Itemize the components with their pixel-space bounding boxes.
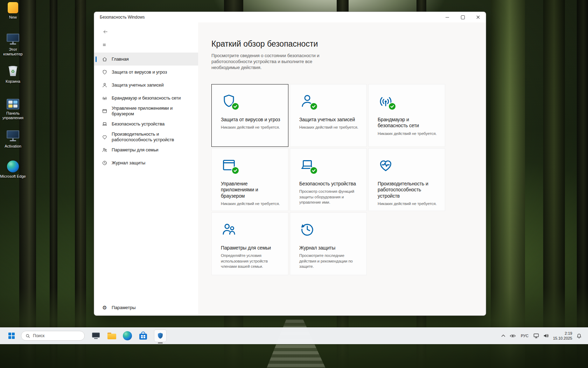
tile-account-protection[interactable]: Защита учетных записей Никаких действий …: [290, 84, 367, 147]
show-hidden-icons-chevron[interactable]: [501, 334, 505, 337]
sidebar-item-settings[interactable]: ⚙ Параметры: [94, 301, 198, 315]
tile-title: Производительность и работоспособность у…: [378, 181, 439, 199]
this-pc-icon: [6, 34, 20, 46]
history-icon: [102, 160, 107, 166]
sidebar-nav: Главная Защита от вирусов и угроз Защита…: [94, 53, 198, 169]
sidebar-item-family-options[interactable]: Параметры для семьи: [94, 143, 198, 156]
tile-title: Защита учетных записей: [299, 117, 360, 123]
desktop-icon-label: Этот компьютер: [0, 47, 27, 56]
desktop-icon-recycle-bin[interactable]: ♻ Корзина: [0, 66, 27, 84]
store-icon: [139, 332, 147, 340]
status-ok-badge: [231, 166, 239, 175]
active-app-indicator: [158, 342, 163, 343]
recycle-bin-icon: ♻: [8, 66, 18, 77]
sidebar-item-protection-history[interactable]: Журнал защиты: [94, 156, 198, 169]
minimize-button[interactable]: [440, 12, 455, 22]
tile-description: Просмотрите последние действия и рекомен…: [299, 253, 360, 270]
taskbar-computer-icon[interactable]: [91, 331, 101, 341]
status-ok-badge: [388, 102, 396, 110]
tile-description: Никаких действий не требуется.: [378, 131, 439, 137]
search-placeholder: Поиск: [33, 333, 44, 338]
window-titlebar: Безопасность Windows: [94, 12, 486, 22]
sidebar-item-virus-protection[interactable]: Защита от вирусов и угроз: [94, 66, 198, 79]
start-button[interactable]: [5, 329, 18, 342]
tile-device-health[interactable]: Производительность и работоспособность у…: [368, 148, 445, 211]
volume-icon[interactable]: [543, 333, 549, 338]
notifications-bell-icon[interactable]: [576, 333, 582, 339]
desktop-icon-edge[interactable]: Microsoft Edge: [0, 161, 27, 179]
desktop-icon-activation[interactable]: Activation: [0, 130, 27, 149]
desktop-icon-label: Панель управления: [0, 111, 27, 120]
taskbar: Поиск РУС: [0, 327, 588, 344]
tile-device-security[interactable]: Безопасность устройства Просмотр состоян…: [290, 148, 367, 211]
tile-title: Управление приложениями и браузером: [221, 181, 282, 199]
sidebar-item-device-health[interactable]: Производительность и работоспособность у…: [94, 130, 198, 143]
search-icon: [26, 334, 30, 338]
network-icon: [378, 93, 394, 109]
language-indicator[interactable]: РУС: [520, 334, 529, 338]
new-app-icon: [8, 2, 18, 13]
edge-icon: [7, 161, 19, 172]
status-ok-badge: [310, 102, 318, 110]
tile-protection-history[interactable]: Журнал защиты Просмотрите последние дейс…: [290, 212, 367, 275]
taskbar-store-icon[interactable]: [138, 331, 148, 341]
desktop-icon-control-panel[interactable]: Панель управления: [0, 99, 27, 120]
taskbar-apps: [91, 329, 167, 342]
shield-icon: [221, 93, 237, 109]
desktop-icon-label: Корзина: [0, 79, 27, 84]
sidebar-item-home[interactable]: Главная: [94, 53, 198, 66]
sidebar: Главная Защита от вирусов и угроз Защита…: [94, 22, 198, 315]
close-button[interactable]: [470, 12, 486, 22]
device-icon: [102, 121, 107, 127]
sidebar-item-label: Параметры для семьи: [112, 147, 159, 153]
windows-logo-icon: [8, 333, 15, 339]
tile-app-browser-control[interactable]: Управление приложениями и браузером Ника…: [211, 148, 288, 211]
security-tiles-grid: Защита от вирусов и угроз Никаких действ…: [211, 84, 445, 275]
tray-date: 15.10.2025: [553, 336, 572, 341]
control-panel-icon: [7, 99, 19, 109]
clock[interactable]: 2:19 15.10.2025: [553, 331, 572, 341]
eye-icon[interactable]: [510, 334, 516, 338]
sidebar-item-account-protection[interactable]: Защита учетных записей: [94, 79, 198, 91]
tile-description: Никаких действий не требуется.: [221, 125, 282, 130]
tile-title: Защита от вирусов и угроз: [221, 117, 282, 123]
sidebar-item-firewall[interactable]: Брандмауэр и безопасность сети: [94, 91, 198, 104]
sidebar-item-label: Защита от вирусов и угроз: [112, 69, 167, 75]
tile-family-options[interactable]: Параметры для семьи Определяйте условия …: [211, 212, 288, 275]
computer-icon: [92, 333, 100, 339]
tile-virus-protection[interactable]: Защита от вирусов и угроз Никаких действ…: [211, 84, 288, 147]
tile-firewall[interactable]: Брандмауэр и безопасность сети Никаких д…: [368, 84, 445, 147]
shield-icon: [102, 69, 107, 75]
taskbar-edge-icon[interactable]: [122, 331, 132, 341]
taskbar-explorer-icon[interactable]: [107, 331, 117, 341]
tile-title: Параметры для семьи: [221, 245, 282, 251]
taskbar-search[interactable]: Поиск: [21, 331, 85, 341]
activation-icon: [6, 130, 20, 142]
tile-description: Никаких действий не требуется.: [378, 201, 439, 207]
taskbar-windows-security-icon[interactable]: [154, 329, 167, 342]
health-icon: [378, 157, 394, 173]
security-shield-icon: [156, 332, 164, 340]
sidebar-item-app-browser-control[interactable]: Управление приложениями и браузером: [94, 104, 198, 117]
tile-description: Никаких действий не требуется.: [299, 125, 360, 130]
tile-title: Брандмауэр и безопасность сети: [378, 117, 439, 129]
desktop-icon-label: Microsoft Edge: [0, 174, 27, 179]
network-icon[interactable]: [533, 333, 539, 338]
sidebar-item-label: Управление приложениями и браузером: [112, 105, 186, 117]
hamburger-menu-button[interactable]: [100, 41, 108, 48]
person-icon: [299, 93, 315, 109]
sidebar-item-device-security[interactable]: Безопасность устройства: [94, 117, 198, 130]
maximize-button[interactable]: [455, 12, 470, 22]
health-icon: [102, 134, 107, 140]
family-icon: [221, 221, 237, 237]
family-icon: [102, 147, 107, 153]
desktop-icon-new[interactable]: New: [0, 2, 27, 20]
sidebar-item-label: Журнал защиты: [112, 160, 145, 166]
page-title: Краткий обзор безопасности: [211, 39, 486, 49]
desktop-icon-label: New: [0, 15, 27, 20]
main-content: Краткий обзор безопасности Просмотрите с…: [198, 22, 486, 315]
desktop-icon-this-pc[interactable]: Этот компьютер: [0, 34, 27, 56]
back-button[interactable]: [100, 28, 110, 36]
tile-description: Никаких действий не требуется.: [221, 201, 282, 207]
sidebar-item-label: Производительность и работоспособность у…: [112, 131, 186, 143]
